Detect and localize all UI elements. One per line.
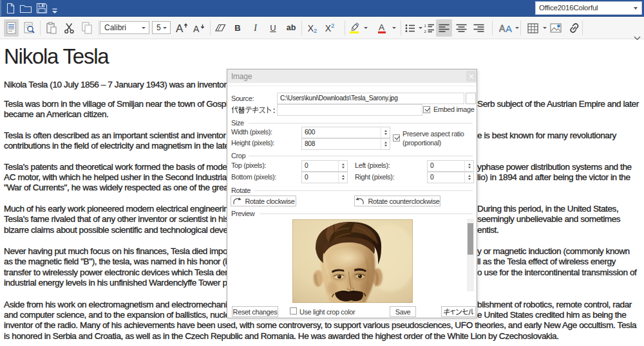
text-line-right: e United States credited him as being th… bbox=[477, 310, 626, 320]
shrink-font-icon: A bbox=[193, 23, 205, 34]
save-button[interactable]: Save bbox=[390, 306, 416, 317]
group-line bbox=[254, 190, 473, 191]
paste-icon bbox=[46, 22, 57, 34]
theme-selector[interactable]: Office2016Colorful bbox=[535, 1, 642, 15]
text-line-right: o use for the intercontinental transmiss… bbox=[477, 268, 636, 278]
align-right-button[interactable] bbox=[471, 19, 487, 37]
crop-right-spinner[interactable] bbox=[464, 172, 473, 183]
copy-button[interactable] bbox=[80, 19, 95, 37]
quick-access-dropdown-icon[interactable] bbox=[52, 5, 58, 17]
button-label: Save bbox=[395, 308, 411, 316]
subscript-button[interactable]: X2 bbox=[305, 19, 320, 37]
align-center-button[interactable] bbox=[453, 19, 469, 37]
crop-left-spinner[interactable] bbox=[464, 161, 473, 171]
width-input[interactable]: 600 bbox=[301, 127, 390, 138]
new-document-icon[interactable] bbox=[5, 3, 15, 17]
insert-hyperlink-button[interactable] bbox=[566, 19, 582, 37]
toolbar-separator bbox=[401, 21, 401, 35]
bold-button[interactable]: B bbox=[231, 19, 245, 37]
input-value: 0 bbox=[305, 162, 308, 169]
browse-button[interactable] bbox=[466, 93, 476, 104]
height-spinner[interactable] bbox=[381, 139, 390, 149]
shrink-font-button[interactable]: A bbox=[191, 19, 206, 37]
superscript-button[interactable]: X2 bbox=[322, 19, 337, 37]
crop-left-label: Left (pixels): bbox=[355, 161, 390, 169]
alt-text-input[interactable] bbox=[277, 104, 422, 116]
preserve-aspect-label-line1: Preserve aspect ratio bbox=[402, 130, 464, 138]
source-input[interactable]: C:\Users\kuni\Downloads\Tesla_Sarony.jpg bbox=[277, 93, 464, 104]
font-color-button[interactable]: A bbox=[374, 19, 389, 37]
grow-font-icon: A bbox=[176, 23, 189, 34]
input-value: 808 bbox=[305, 140, 315, 147]
app-window: Office2016Colorful Calibri 5 bbox=[0, 0, 644, 346]
cut-button[interactable] bbox=[62, 19, 77, 37]
font-style-icon: AA bbox=[499, 23, 513, 33]
text-line-left: is honored in Serbia and Croatia, as wel… bbox=[4, 331, 559, 341]
crop-bottom-spinner[interactable] bbox=[338, 172, 347, 183]
cut-icon bbox=[64, 23, 75, 34]
text-line-right: y or magnetic induction (commonly known bbox=[477, 246, 630, 257]
preserve-aspect-checkbox[interactable] bbox=[393, 134, 400, 141]
font-size-combo[interactable]: 5 bbox=[152, 21, 171, 34]
superscript-base: X bbox=[325, 24, 331, 33]
insert-table-button[interactable] bbox=[525, 19, 540, 37]
spin-up-icon bbox=[384, 130, 387, 132]
highlight-color-button[interactable] bbox=[347, 19, 361, 37]
table-dropdown-icon[interactable] bbox=[543, 27, 547, 29]
grow-font-button[interactable]: A bbox=[175, 19, 189, 37]
preview-scrollbar-thumb[interactable] bbox=[468, 223, 473, 255]
text-line-left: Aside from his work on electromagnetism … bbox=[4, 300, 238, 309]
text-line-right: yphase power distribution systems and th… bbox=[477, 162, 632, 172]
crop-top-spinner[interactable] bbox=[338, 161, 347, 171]
toolbar-separator bbox=[40, 21, 41, 35]
document-heading: Nikola Tesla bbox=[4, 43, 108, 70]
dialog-close-button[interactable] bbox=[466, 71, 476, 82]
crop-top-input[interactable]: 0 bbox=[301, 160, 348, 172]
close-icon bbox=[469, 74, 474, 79]
rotate-group-header: Rotate bbox=[231, 187, 251, 194]
highlight-dropdown-icon[interactable] bbox=[364, 27, 368, 29]
crop-right-input[interactable]: 0 bbox=[427, 172, 474, 183]
align-left-button[interactable] bbox=[436, 19, 452, 37]
open-file-icon[interactable] bbox=[19, 3, 32, 17]
page-layout-icon bbox=[6, 22, 16, 34]
strikethrough-button[interactable]: ab bbox=[284, 19, 298, 37]
toolbar-separator bbox=[345, 21, 345, 35]
crop-color-checkbox[interactable] bbox=[290, 307, 297, 314]
height-input[interactable]: 808 bbox=[301, 138, 390, 150]
rotate-clockwise-button[interactable]: Rotate clockwise bbox=[231, 196, 296, 206]
table-icon bbox=[527, 23, 538, 33]
save-icon[interactable] bbox=[36, 3, 48, 17]
text-line-left: Tesla is often described as an important… bbox=[4, 131, 248, 140]
text-line: is honored in Serbia and Croatia, as wel… bbox=[4, 331, 641, 341]
numbered-list-button[interactable]: 12 bbox=[422, 19, 436, 37]
preview-scrollbar[interactable] bbox=[467, 219, 474, 291]
image-preview[interactable] bbox=[292, 219, 413, 303]
font-style-dropdown-icon[interactable] bbox=[515, 27, 519, 29]
cancel-button[interactable] bbox=[441, 306, 476, 317]
embed-image-checkbox[interactable] bbox=[423, 106, 430, 113]
chevron-down-icon bbox=[634, 7, 638, 10]
italic-button[interactable]: I bbox=[249, 19, 262, 37]
font-name-combo[interactable]: Calibri bbox=[100, 21, 149, 34]
paste-button[interactable] bbox=[44, 19, 59, 37]
text-line-left: Tesla's fame rivaled that of any other i… bbox=[4, 214, 258, 224]
clear-formatting-button[interactable] bbox=[213, 19, 227, 37]
print-preview-button[interactable] bbox=[22, 19, 37, 37]
reset-changes-button[interactable]: Reset changes bbox=[232, 306, 278, 317]
dialog-titlebar[interactable]: Image bbox=[227, 69, 477, 83]
underline-button[interactable]: U bbox=[266, 19, 280, 37]
font-style-button[interactable]: AA bbox=[498, 19, 515, 37]
bullet-list-button[interactable] bbox=[403, 19, 417, 37]
width-spinner[interactable] bbox=[381, 127, 390, 138]
text-line-left: as the magnetic field "B"), the tesla, w… bbox=[4, 257, 245, 266]
crop-bottom-input[interactable]: 0 bbox=[301, 172, 348, 183]
page-layout-view-button[interactable] bbox=[4, 19, 19, 37]
text-line-right: Serb subject of the Austrian Empire and … bbox=[477, 99, 639, 109]
crop-left-input[interactable]: 0 bbox=[427, 160, 474, 172]
rotate-counterclockwise-button[interactable]: Rotate counterclockwise bbox=[354, 196, 440, 206]
toolbar-separator bbox=[582, 21, 583, 35]
source-label: Source: bbox=[231, 95, 254, 102]
insert-image-button[interactable] bbox=[548, 19, 564, 37]
font-color-dropdown-icon[interactable] bbox=[392, 27, 396, 29]
